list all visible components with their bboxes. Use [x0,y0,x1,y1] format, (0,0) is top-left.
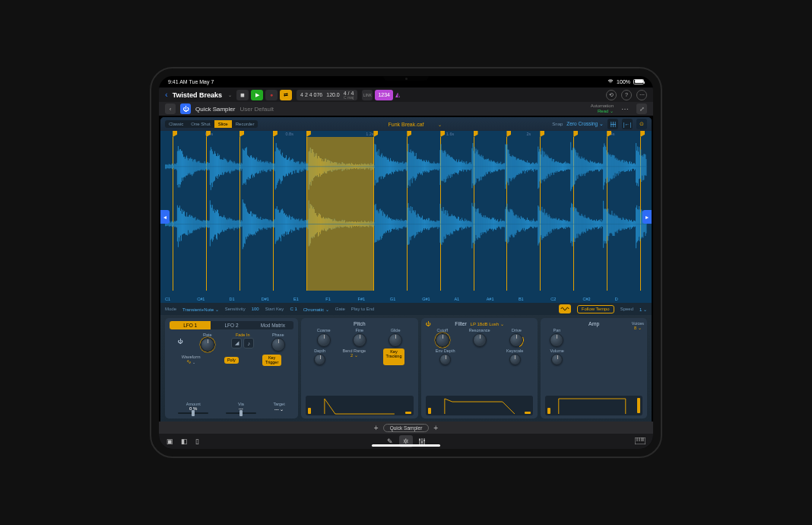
amp-envelope[interactable] [545,396,642,415]
plugin-back-button[interactable]: ‹ [165,103,176,114]
glide-knob[interactable] [389,333,402,347]
plugin-expand-button[interactable]: ⤢ [636,103,647,114]
key-tracking-toggle[interactable]: Key Tracking [383,348,405,365]
amount-control[interactable]: Amount0 % [178,402,208,415]
resonance-knob[interactable] [473,333,487,347]
gate-value[interactable]: Play to End [351,307,375,311]
mode-tab-one-shot[interactable]: One Shot [187,120,214,128]
amp-panel: Amp Voices8 ⌄ Pan Volume [541,318,647,418]
mode-tab-recorder[interactable]: Recorder [232,120,259,128]
fade-label[interactable]: Fade In [236,332,250,337]
keyboard-icon[interactable] [635,438,645,446]
record-button[interactable]: ● [265,90,278,100]
key-label: A#1 [487,297,519,301]
crop-icon[interactable]: |←| [622,119,633,129]
volume-knob[interactable] [551,354,563,365]
cutoff-knob[interactable] [436,333,449,347]
follow-tempo-button[interactable]: Follow Tempo [577,305,614,313]
automation-mode[interactable]: Automation Read ⌄ [591,103,614,113]
plugin-power-button[interactable]: ⏻ [180,103,191,114]
key-label: C2 [550,297,582,301]
fine-knob[interactable] [353,333,366,347]
app-toolbar: ‹ Twisted Breaks ⌄ ◼ ▶ ● ⇄ 4 2 4 076 120… [159,87,653,102]
plugin-preset[interactable]: User Default [239,106,273,113]
home-indicator[interactable] [372,444,440,447]
rate-label: Rate [203,332,212,337]
more-options-icon[interactable]: ⊙ [636,119,647,129]
key-label: D#1 [262,297,293,301]
plugin-name[interactable]: Quick Sampler [195,106,235,113]
snap-value[interactable]: Zero Crossing ⌄ [566,121,604,127]
pitch-depth-knob[interactable] [314,354,325,365]
pitch-envelope[interactable] [306,396,414,415]
key-trigger-toggle[interactable]: Key Trigger [262,355,281,366]
amount-slider[interactable] [178,412,208,414]
mode-label: Mode [165,307,176,311]
key-label: F#1 [358,297,390,301]
file-dropdown-icon[interactable]: ⌄ [438,122,442,127]
sensitivity-value[interactable]: 100 [252,307,259,311]
svg-point-5 [423,440,425,441]
bend-range-selector[interactable]: Bend Range2 ⌄ [343,348,366,365]
add-plugin-left[interactable]: + [374,424,379,432]
scroll-left-button[interactable]: ◂ [160,210,170,224]
status-time: 9:41 AM Tue May 7 [168,79,214,84]
fade-toggle-b[interactable]: ♪ [243,338,254,348]
lfo-tab-mod-matrix[interactable]: Mod Matrix [252,321,293,329]
sample-file-name[interactable]: Funk Break.caf [388,122,423,127]
camera-icon[interactable]: ▣ [167,438,173,445]
key-label: C#1 [197,297,229,301]
filter-envelope[interactable] [426,396,534,415]
drive-knob[interactable] [509,333,523,347]
mode-value[interactable]: Transient+Note ⌄ [182,307,219,312]
lfo-power-icon[interactable]: ⏻ [178,339,183,344]
lcd-tempo: 120.0 [326,92,340,97]
coarse-knob[interactable] [317,333,331,347]
phase-knob[interactable] [271,338,285,352]
metronome-icon[interactable]: ◭ [395,91,400,98]
cycle-button[interactable]: ⇄ [280,90,292,100]
play-button[interactable]: ▶ [251,90,263,100]
link-button[interactable]: LINK [362,90,373,100]
pan-knob[interactable] [550,333,563,347]
mode-tab-classic[interactable]: Classic [165,120,187,128]
startkey-value[interactable]: C 1 [290,307,297,311]
stop-button[interactable]: ◼ [236,90,249,100]
browser-icon[interactable]: ▯ [195,438,199,445]
lcd-display[interactable]: 4 2 4 076 120.0 4 / 4C maj [297,90,357,100]
waveform-selector[interactable]: Waveform ∿ ⌄ [182,355,201,366]
flex-icon[interactable] [607,119,618,129]
target-selector[interactable]: Target--- ⌄ [273,402,284,415]
speed-value[interactable]: 1 ⌄ [639,307,647,312]
count-in-button[interactable]: 1234 [375,90,393,100]
plugin-slot-pill[interactable]: Quick Sampler [383,424,430,432]
library-icon[interactable]: ◧ [181,438,188,445]
bottom-toolbar: ▣ ◧ ▯ ✎ ✲ [159,434,653,449]
fade-toggle-a[interactable]: ◢ [231,338,242,348]
filter-type-selector[interactable]: LP 18dB Lush ⌄ [469,322,504,326]
env-depth-knob[interactable] [439,354,451,365]
help-button[interactable]: ? [621,90,632,100]
project-dropdown-icon[interactable]: ⌄ [228,92,232,97]
lfo-tabs: LFO 1LFO 2Mod Matrix [170,321,293,329]
plugin-more-icon[interactable]: ⋯ [621,105,629,113]
mode-tab-slice[interactable]: Slice [214,120,232,128]
project-title[interactable]: Twisted Breaks [173,91,222,99]
speed-label: Speed [620,307,633,311]
waveform-display[interactable]: 0.4s0.8s1.2s1.6s2s2.4s ◂ ▸ C1C#1D1D#1E1F… [160,131,652,303]
chromatic-value[interactable]: Chromatic ⌄ [303,307,329,312]
back-chevron-icon[interactable]: ‹ [165,91,168,99]
voices-display[interactable]: Voices8 ⌄ [632,321,644,330]
settings-button[interactable]: ⋯ [636,90,647,100]
via-control[interactable]: Via--- [226,402,256,415]
filter-power-icon[interactable]: ⏻ [426,321,431,326]
poly-toggle[interactable]: Poly [224,357,239,364]
sync-icon-button[interactable] [559,304,571,313]
scroll-right-button[interactable]: ▸ [642,210,652,224]
keyscale-knob[interactable] [509,354,521,365]
add-plugin-right[interactable]: + [433,424,438,432]
undo-button[interactable]: ⟲ [606,90,617,100]
rate-knob[interactable] [201,338,214,352]
lfo-tab-lfo-2[interactable]: LFO 2 [211,321,252,329]
lfo-tab-lfo-1[interactable]: LFO 1 [170,321,211,329]
